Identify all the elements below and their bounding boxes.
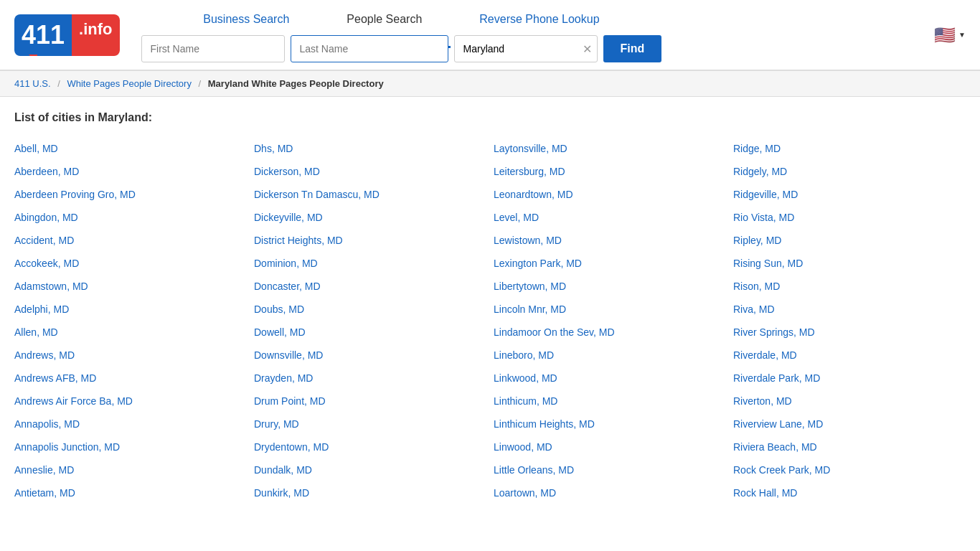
- city-link[interactable]: Annapolis Junction, MD: [14, 437, 247, 457]
- city-link[interactable]: Riverton, MD: [733, 391, 966, 411]
- city-link[interactable]: Lexington Park, MD: [494, 253, 726, 273]
- city-link[interactable]: Level, MD: [494, 207, 726, 227]
- cities-grid: Abell, MDDhs, MDLaytonsville, MDRidge, M…: [14, 138, 966, 503]
- city-link[interactable]: Linthicum Heights, MD: [494, 414, 726, 434]
- city-link[interactable]: Lindamoor On the Sev, MD: [494, 322, 726, 342]
- city-link[interactable]: Linwood, MD: [494, 437, 726, 457]
- logo-dot-info: .info: [72, 14, 119, 56]
- city-link[interactable]: Libertytown, MD: [494, 276, 726, 296]
- city-link[interactable]: Aberdeen Proving Gro, MD: [14, 184, 247, 204]
- state-input[interactable]: [454, 35, 598, 62]
- city-link[interactable]: Ridge, MD: [733, 138, 966, 159]
- search-row: ✕ Find: [141, 35, 662, 62]
- city-link[interactable]: Dundalk, MD: [254, 460, 486, 480]
- city-link[interactable]: Drury, MD: [254, 414, 486, 434]
- city-link[interactable]: Drayden, MD: [254, 368, 486, 388]
- city-link[interactable]: Laytonsville, MD: [494, 138, 726, 159]
- city-link[interactable]: Accokeek, MD: [14, 253, 247, 273]
- breadcrumb: 411 U.S. / White Pages People Directory …: [0, 70, 980, 97]
- main-content: List of cities in Maryland: Abell, MDDhs…: [0, 97, 980, 517]
- city-link[interactable]: Rock Creek Park, MD: [733, 460, 966, 480]
- city-link[interactable]: Ripley, MD: [733, 230, 966, 250]
- city-link[interactable]: Adelphi, MD: [14, 299, 247, 319]
- city-link[interactable]: Antietam, MD: [14, 483, 247, 503]
- breadcrumb-separator-2: /: [199, 78, 202, 89]
- city-link[interactable]: Dominion, MD: [254, 253, 486, 273]
- city-link[interactable]: Andrews Air Force Ba, MD: [14, 391, 247, 411]
- city-link[interactable]: Ridgely, MD: [733, 161, 966, 182]
- city-link[interactable]: Rising Sun, MD: [733, 253, 966, 273]
- city-link[interactable]: Doncaster, MD: [254, 276, 486, 296]
- city-link[interactable]: Dhs, MD: [254, 138, 486, 159]
- city-link[interactable]: Dickeyville, MD: [254, 207, 486, 227]
- city-link[interactable]: Lineboro, MD: [494, 345, 726, 365]
- section-title: List of cities in Maryland:: [14, 111, 966, 124]
- logo-411: 411: [14, 14, 72, 56]
- city-link[interactable]: Abell, MD: [14, 138, 247, 159]
- breadcrumb-whitepages[interactable]: White Pages People Directory: [67, 78, 191, 89]
- city-link[interactable]: Allen, MD: [14, 322, 247, 342]
- city-link[interactable]: Rio Vista, MD: [733, 207, 966, 227]
- city-link[interactable]: Dunkirk, MD: [254, 483, 486, 503]
- city-link[interactable]: Leonardtown, MD: [494, 184, 726, 204]
- state-input-wrapper: ✕: [454, 35, 598, 62]
- city-link[interactable]: Riverdale, MD: [733, 345, 966, 365]
- city-link[interactable]: Lincoln Mnr, MD: [494, 299, 726, 319]
- city-link[interactable]: Little Orleans, MD: [494, 460, 726, 480]
- city-link[interactable]: Aberdeen, MD: [14, 161, 247, 182]
- city-link[interactable]: Rock Hall, MD: [733, 483, 966, 503]
- breadcrumb-current: Maryland White Pages People Directory: [208, 78, 384, 89]
- city-link[interactable]: Drydentown, MD: [254, 437, 486, 457]
- city-link[interactable]: Abingdon, MD: [14, 207, 247, 227]
- city-link[interactable]: Leitersburg, MD: [494, 161, 726, 182]
- city-link[interactable]: Rison, MD: [733, 276, 966, 296]
- city-link[interactable]: Riviera Beach, MD: [733, 437, 966, 457]
- city-link[interactable]: Linthicum, MD: [494, 391, 726, 411]
- city-link[interactable]: Annapolis, MD: [14, 414, 247, 434]
- city-link[interactable]: Drum Point, MD: [254, 391, 486, 411]
- logo: 411 .info: [14, 14, 120, 56]
- city-link[interactable]: Doubs, MD: [254, 299, 486, 319]
- city-link[interactable]: Riverview Lane, MD: [733, 414, 966, 434]
- city-link[interactable]: Dickerson, MD: [254, 161, 486, 182]
- logo-area[interactable]: 411 .info: [14, 14, 120, 56]
- last-name-input[interactable]: [291, 35, 448, 62]
- city-link[interactable]: Lewistown, MD: [494, 230, 726, 250]
- city-link[interactable]: Loartown, MD: [494, 483, 726, 503]
- city-link[interactable]: Riverdale Park, MD: [733, 368, 966, 388]
- city-link[interactable]: Andrews, MD: [14, 345, 247, 365]
- flag-dropdown-icon: ▼: [958, 31, 966, 39]
- clear-state-button[interactable]: ✕: [583, 42, 592, 56]
- city-link[interactable]: Dickerson Tn Damascu, MD: [254, 184, 486, 204]
- city-link[interactable]: Dowell, MD: [254, 322, 486, 342]
- city-link[interactable]: River Springs, MD: [733, 322, 966, 342]
- nav-center: Business Search People Search Reverse Ph…: [141, 7, 662, 62]
- city-link[interactable]: Adamstown, MD: [14, 276, 247, 296]
- first-name-input[interactable]: [141, 35, 285, 62]
- breadcrumb-411us[interactable]: 411 U.S.: [14, 78, 51, 89]
- city-link[interactable]: Downsville, MD: [254, 345, 486, 365]
- city-link[interactable]: Andrews AFB, MD: [14, 368, 247, 388]
- find-button[interactable]: Find: [603, 35, 662, 62]
- city-link[interactable]: Accident, MD: [14, 230, 247, 250]
- city-link[interactable]: Riva, MD: [733, 299, 966, 319]
- flag-area[interactable]: 🇺🇸 ▼: [934, 25, 966, 45]
- city-link[interactable]: Linkwood, MD: [494, 368, 726, 388]
- breadcrumb-separator-1: /: [57, 78, 60, 89]
- city-link[interactable]: Ridgeville, MD: [733, 184, 966, 204]
- header: 411 .info Business Search People Search …: [0, 0, 980, 70]
- flag-icon: 🇺🇸: [934, 25, 956, 45]
- city-link[interactable]: Anneslie, MD: [14, 460, 247, 480]
- city-link[interactable]: District Heights, MD: [254, 230, 486, 250]
